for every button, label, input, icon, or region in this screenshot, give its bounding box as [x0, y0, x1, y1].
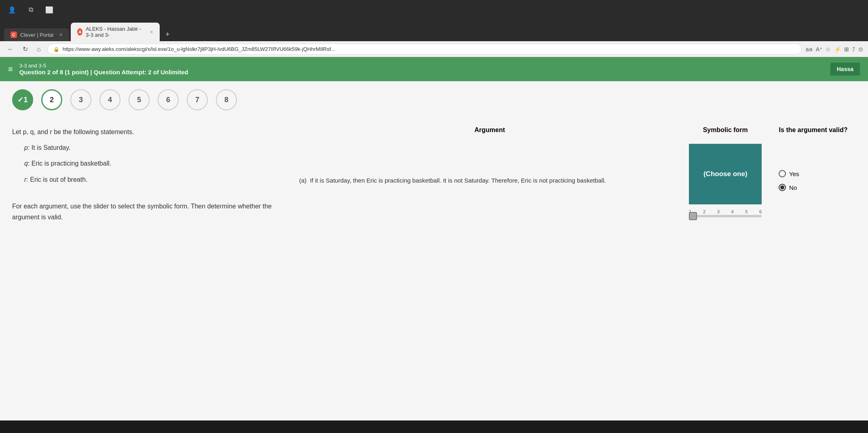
radio-yes-circle[interactable]: [779, 170, 786, 177]
aleks-tab-close[interactable]: ✕: [150, 29, 153, 35]
question-navigation: ✓1 2 3 4 5 6 7 8: [0, 81, 868, 118]
hamburger-menu[interactable]: ≡: [8, 65, 13, 74]
header-user: Hassa: [830, 63, 860, 76]
question-8-nav[interactable]: 8: [216, 89, 237, 110]
clever-tab-close[interactable]: ✕: [59, 32, 63, 38]
browser-tabs: C Clever | Portal ✕ A ALEKS - Hassan Jab…: [0, 23, 868, 41]
question-intro: Let p, q, and r be the following stateme…: [12, 126, 287, 137]
radio-no[interactable]: No: [779, 184, 797, 191]
tab-aleks[interactable]: A ALEKS - Hassan Jabir - 3-3 and 3- ✕: [71, 23, 160, 41]
profile-icon[interactable]: 👤: [6, 3, 19, 16]
new-tab-button[interactable]: +: [161, 28, 174, 41]
extensions-icon[interactable]: ⚡: [834, 46, 841, 53]
address-text: https://www-awy.aleks.com/alekscgi/x/lsl…: [63, 46, 336, 52]
header-question-info: Question 2 of 8 (1 point) | Question Att…: [19, 69, 830, 76]
question-1-nav[interactable]: ✓1: [12, 89, 33, 110]
font-icon[interactable]: A⁺: [816, 46, 822, 53]
tab-icon[interactable]: ⬜: [43, 3, 56, 16]
aleks-tab-icon: A: [77, 28, 82, 36]
symbolic-cell: (Choose one) 1 2 3 4 5 6: [680, 134, 771, 227]
slider-label-6: 6: [759, 209, 762, 214]
question-text: Let p, q, and r be the following stateme…: [12, 126, 287, 227]
symbolic-choose-box[interactable]: (Choose one): [689, 144, 762, 204]
argument-text: If it is Saturday, then Eric is practici…: [310, 177, 606, 184]
share-icon[interactable]: ⤴: [852, 46, 855, 53]
address-bar[interactable]: 🔒 https://www-awy.aleks.com/alekscgi/x/l…: [47, 44, 802, 55]
radio-no-label: No: [789, 184, 797, 191]
col-valid-header: Is the argument valid?: [771, 126, 856, 134]
row-label: (a): [299, 177, 308, 184]
browser-chrome: C Clever | Portal ✕ A ALEKS - Hassan Jab…: [0, 19, 868, 57]
copy-icon[interactable]: ⧉: [24, 3, 37, 16]
read-aloud-icon[interactable]: aə: [806, 46, 813, 53]
refresh-button[interactable]: ↻: [20, 44, 30, 55]
argument-cell: (a) If it is Saturday, then Eric is prac…: [299, 134, 680, 227]
clever-tab-icon: C: [11, 32, 17, 38]
slider-track[interactable]: [689, 215, 762, 217]
browser-top-bar: 👤 ⧉ ⬜: [0, 0, 868, 19]
slider-label-2: 2: [703, 209, 705, 214]
slider-thumb[interactable]: [689, 212, 697, 220]
question-instruction: For each argument, use the slider to sel…: [12, 201, 287, 223]
slider-labels: 1 2 3 4 5 6: [689, 209, 762, 214]
split-view-icon[interactable]: ⊞: [844, 46, 849, 53]
question-area: Let p, q, and r be the following stateme…: [0, 118, 868, 235]
table-row: (a) If it is Saturday, then Eric is prac…: [299, 134, 856, 227]
col-argument-header: Argument: [299, 126, 680, 134]
aleks-tab-label: ALEKS - Hassan Jabir - 3-3 and 3-: [86, 26, 144, 38]
clever-tab-label: Clever | Portal: [20, 32, 53, 38]
question-5-nav[interactable]: 5: [129, 89, 150, 110]
lock-icon: 🔒: [53, 46, 59, 52]
radio-no-circle[interactable]: [779, 184, 786, 191]
browser-actions: aə A⁺ ☆ ⚡ ⊞ ⤴ ⊙: [806, 46, 863, 53]
slider-container: 1 2 3 4 5 6: [689, 209, 762, 217]
slider-label-4: 4: [731, 209, 734, 214]
radio-group: Yes No: [771, 162, 856, 199]
question-6-nav[interactable]: 6: [158, 89, 179, 110]
content-area: ≡ 3-3 and 3-5 Question 2 of 8 (1 point) …: [0, 57, 868, 420]
col-symbolic-header: Symbolic form: [680, 126, 771, 134]
back-button[interactable]: ←: [5, 44, 16, 55]
favorites-icon[interactable]: ☆: [826, 46, 831, 53]
question-3-nav[interactable]: 3: [70, 89, 91, 110]
header-info: 3-3 and 3-5 Question 2 of 8 (1 point) | …: [19, 63, 830, 76]
aleks-header: ≡ 3-3 and 3-5 Question 2 of 8 (1 point) …: [0, 57, 868, 81]
slider-label-3: 3: [717, 209, 720, 214]
question-7-nav[interactable]: 7: [187, 89, 208, 110]
validity-cell: Yes No: [771, 134, 856, 227]
home-button[interactable]: ⌂: [34, 44, 43, 55]
more-icon[interactable]: ⊙: [858, 46, 863, 53]
statement-r: r: Eric is out of breath.: [12, 174, 287, 185]
question-4-nav[interactable]: 4: [99, 89, 120, 110]
tab-clever[interactable]: C Clever | Portal ✕: [4, 28, 69, 41]
statement-p: p: It is Saturday.: [12, 142, 287, 153]
argument-table: Argument Symbolic form Is the argument v…: [299, 126, 856, 227]
slider-label-5: 5: [745, 209, 748, 214]
radio-yes[interactable]: Yes: [779, 170, 799, 177]
radio-yes-label: Yes: [789, 170, 799, 177]
header-course: 3-3 and 3-5: [19, 63, 830, 69]
browser-bar: ← ↻ ⌂ 🔒 https://www-awy.aleks.com/aleksc…: [0, 41, 868, 57]
question-2-nav[interactable]: 2: [41, 89, 62, 110]
statement-q: q: Eric is practicing basketball.: [12, 158, 287, 169]
